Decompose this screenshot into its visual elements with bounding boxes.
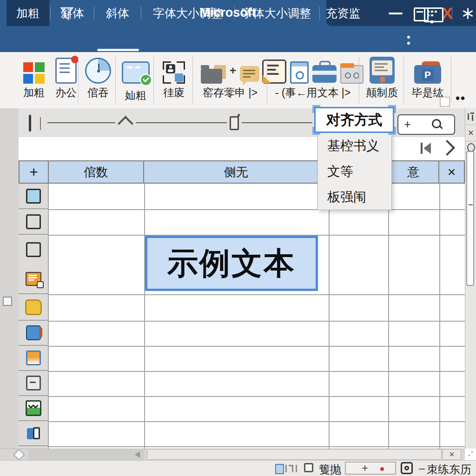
small-card-icon: [290, 61, 309, 84]
ruler-tick: [40, 117, 41, 130]
minimize-button[interactable]: [389, 13, 403, 14]
zoom-in-icon[interactable]: +: [362, 462, 368, 475]
tab-1[interactable]: 斜体: [52, 0, 93, 26]
zoom-out-icon[interactable]: −: [418, 462, 425, 476]
add-column-header[interactable]: +: [19, 161, 49, 183]
alignment-dropdown-menu: 基椌书义 文等 板强闱: [317, 133, 392, 210]
row-header-9[interactable]: [19, 421, 48, 446]
menu-item-1[interactable]: 文等: [318, 159, 391, 184]
ribbon-button-3[interactable]: 倌吞: [79, 55, 117, 111]
more-options-icon[interactable]: [406, 33, 411, 48]
green-chart-square-icon: [26, 400, 41, 416]
microsoft-logo-icon: [23, 62, 45, 84]
row-header-4[interactable]: [19, 294, 48, 321]
column-header-2[interactable]: 侧无: [144, 161, 329, 183]
tools-asterisk-icon[interactable]: [462, 8, 473, 19]
row-header-2[interactable]: [19, 209, 48, 235]
tab-5[interactable]: 充资监: [322, 0, 364, 26]
hscroll-track[interactable]: [28, 449, 144, 460]
row-header-5[interactable]: [19, 321, 48, 346]
view-mode-icons[interactable]: [275, 463, 299, 473]
menu-item-0[interactable]: 基椌书义: [318, 133, 391, 159]
plus-glyph: +: [230, 64, 236, 77]
tab-4[interactable]: 字体大小调整: [236, 0, 316, 26]
table-header-row: + 倌数 侧无 意 ×: [19, 160, 465, 184]
folder-icon: [201, 65, 226, 84]
alignment-dropdown-header[interactable]: 对齐方式: [314, 107, 394, 133]
small-white-square: [440, 97, 450, 107]
empty-square-icon: [26, 214, 41, 229]
row-header-8[interactable]: [19, 396, 48, 421]
margin-marker-square[interactable]: [3, 297, 12, 306]
window-shield-icon: [122, 61, 150, 84]
horizontal-scrollbar-thumb[interactable]: [147, 449, 442, 460]
powerpoint-folder-icon: P: [414, 61, 441, 84]
scroll-left-arrow-icon[interactable]: [135, 451, 140, 458]
share-screen-stem: [430, 20, 433, 23]
add-icon[interactable]: +: [404, 117, 411, 132]
ruler-line: [47, 122, 115, 123]
application-window: Microsoft X 加粗 斜体 斜体 字体大小调整 字体大小调整 充资监 加…: [0, 0, 476, 476]
briefcase-icon: [312, 65, 337, 83]
row-header-column: [19, 184, 49, 449]
go-first-icon[interactable]: [421, 142, 435, 155]
ruler-indent-marker[interactable]: [29, 115, 31, 132]
comment-bubble-icon: [240, 66, 259, 82]
empty-square-icon: [26, 242, 41, 257]
crop-person-icon: [163, 61, 185, 84]
ribbon-overflow-icon[interactable]: ••: [456, 91, 466, 106]
zoom-control[interactable]: +: [345, 462, 396, 475]
tab-2[interactable]: 斜体: [96, 0, 139, 26]
menu-item-2[interactable]: 板强闱: [318, 184, 391, 210]
yellow-folder-icon: [25, 299, 42, 315]
row-header-3[interactable]: [19, 235, 48, 294]
share-screen-icon[interactable]: [424, 7, 443, 22]
status-label-right: 朿练东历: [427, 462, 471, 476]
document-alert-icon: [55, 58, 77, 84]
tab-3[interactable]: 字体大小调整: [142, 0, 233, 26]
checked-blue-square-icon: [26, 189, 41, 204]
row-header-6[interactable]: [19, 346, 48, 371]
tab-0[interactable]: 加粗: [7, 0, 49, 26]
record-icon[interactable]: [401, 462, 413, 474]
sheet-close-icon[interactable]: ×: [443, 449, 461, 460]
vertical-scrollbar-thumb[interactable]: [466, 151, 474, 286]
orange-note-icon: [26, 272, 41, 286]
ribbon-button-5[interactable]: 徍庱: [154, 55, 193, 111]
search-icon[interactable]: [432, 119, 441, 128]
pie-clock-icon: [85, 58, 111, 84]
ruler-line: [136, 122, 227, 123]
status-checkbox[interactable]: [304, 463, 313, 472]
zoom-slider-dot[interactable]: [380, 467, 384, 471]
status-label-left: 篗抛: [319, 462, 341, 476]
ruler-eraser-icon[interactable]: [230, 116, 239, 130]
gray-card-icon: [340, 65, 364, 84]
panel-toggle-icon[interactable]: [467, 112, 474, 121]
column-header-1[interactable]: 倌数: [49, 161, 144, 183]
blue-book-icon: [26, 325, 41, 340]
row-header-1[interactable]: [19, 184, 48, 209]
close-column-header[interactable]: ×: [439, 161, 465, 183]
ribbon-button-7[interactable]: - (事←用文本 |>: [269, 55, 357, 111]
search-input[interactable]: +: [397, 114, 455, 135]
ribbon-tab-bar: [0, 26, 476, 52]
panel-close-icon[interactable]: ×: [466, 127, 476, 139]
clipboard-tablet-icon: [370, 57, 395, 84]
ribbon-button-8[interactable]: 颠制质: [362, 55, 403, 111]
dropdown-title: 对齐方式: [326, 111, 382, 130]
table-body: [19, 184, 465, 449]
active-tab-underline: [97, 49, 139, 51]
formula-bar[interactable]: [19, 137, 465, 161]
minus-square-icon: [26, 376, 41, 390]
resize-grip-icon[interactable]: [468, 450, 474, 458]
ribbon-button-4[interactable]: 奾粗: [116, 55, 155, 111]
row-header-7[interactable]: [19, 371, 48, 396]
selected-cell-text: 示例文本: [167, 243, 296, 284]
column-header-4[interactable]: 意: [388, 161, 439, 183]
ribbon-button-6[interactable]: + 窑存蕶申 |>: [194, 55, 266, 111]
orange-document-icon: [262, 60, 286, 84]
selected-cell[interactable]: 示例文本: [145, 236, 318, 291]
blue-jug-icon: [27, 427, 40, 439]
left-margin: [0, 108, 19, 449]
orange-gradient-square-icon: [26, 350, 41, 365]
